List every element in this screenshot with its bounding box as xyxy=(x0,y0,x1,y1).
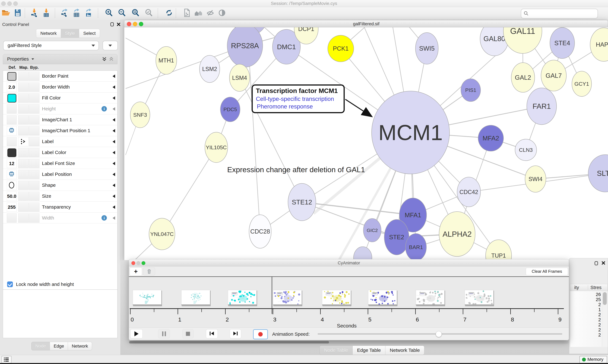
collapse-row-arrow-icon[interactable] xyxy=(112,183,115,187)
default-value-cell[interactable] xyxy=(7,213,17,223)
collapse-row-arrow-icon[interactable] xyxy=(112,85,115,89)
frame-thumbnail-1[interactable] xyxy=(133,290,162,305)
mapping-cell[interactable] xyxy=(18,170,29,179)
tab-edge-table[interactable]: Edge Table xyxy=(353,346,385,355)
column-divider[interactable] xyxy=(588,285,588,290)
property-row-border-width[interactable]: 2.0Border Width xyxy=(3,82,117,92)
network-node-yil105c[interactable]: YIL105C xyxy=(205,132,228,163)
mapping-cell[interactable] xyxy=(18,213,29,223)
network-node-pdc5[interactable]: PDC5 xyxy=(221,97,240,122)
zoom-in-icon[interactable] xyxy=(105,8,113,18)
mapping-cell[interactable] xyxy=(18,181,29,190)
frame-thumbnail-6[interactable] xyxy=(368,290,397,305)
property-row-height[interactable]: Heighti xyxy=(3,104,117,114)
bypass-cell[interactable] xyxy=(29,137,40,146)
property-row-label-font-size[interactable]: 12Label Font Size xyxy=(3,158,117,169)
default-value-cell[interactable] xyxy=(7,115,17,124)
network-node-far1[interactable]: FAR1 xyxy=(527,88,556,125)
property-row-width[interactable]: Widthi xyxy=(3,212,117,223)
float-table-panel-icon[interactable] xyxy=(594,261,599,266)
clear-all-frames-button[interactable]: Clear All Frames xyxy=(526,268,568,275)
pause-button[interactable] xyxy=(158,329,170,338)
network-node-gic2[interactable]: GIC2 xyxy=(363,219,381,242)
property-row-image-chart-position-1[interactable]: Image/Chart Position 1 xyxy=(3,125,117,136)
properties-header[interactable]: Properties xyxy=(3,54,117,64)
export-network-icon[interactable] xyxy=(60,8,69,18)
network-node-swi4[interactable]: SWI4 xyxy=(525,166,546,192)
table-cell-value[interactable]: 2 xyxy=(591,312,601,317)
table-cell-value[interactable]: 2 xyxy=(591,327,601,333)
table-cell-value[interactable]: 2 xyxy=(591,302,601,307)
bypass-cell[interactable] xyxy=(29,192,40,201)
mapping-cell[interactable] xyxy=(18,126,29,135)
open-network-file-icon[interactable] xyxy=(182,8,191,18)
import-network-icon[interactable] xyxy=(30,8,39,18)
default-value-cell[interactable]: 50.0 xyxy=(7,192,17,201)
frame-thumbnail-7[interactable] xyxy=(416,290,445,305)
expand-all-icon[interactable] xyxy=(102,56,107,63)
home-icon[interactable] xyxy=(194,8,203,18)
network-node-lsm4[interactable]: LSM4 xyxy=(229,64,250,91)
property-row-fill-color[interactable]: Fill Color xyxy=(3,92,117,104)
bypass-cell[interactable] xyxy=(29,115,40,124)
collapse-row-arrow-icon[interactable] xyxy=(112,96,115,100)
table-horizontal-scrollbar-thumb[interactable] xyxy=(129,341,329,343)
collapse-row-arrow-icon[interactable] xyxy=(112,173,115,176)
frame-thumbnail-8[interactable] xyxy=(465,290,494,305)
lock-checkbox[interactable] xyxy=(7,281,13,287)
default-value-cell[interactable] xyxy=(7,137,17,146)
annotation-arrow[interactable] xyxy=(345,99,371,116)
network-canvas[interactable]: RPS28ADMC1DCP1PCK1MTH1LSM2LSM4SWI5GAL80G… xyxy=(124,27,608,260)
cyanimator-timeline[interactable] xyxy=(129,277,569,327)
mapping-cell[interactable] xyxy=(18,203,29,212)
network-node-lsm2[interactable]: LSM2 xyxy=(199,55,220,83)
mapping-cell[interactable] xyxy=(18,93,29,103)
network-node-alpha2[interactable]: ALPHA2 xyxy=(439,212,475,257)
tab-style[interactable]: Style xyxy=(61,29,79,38)
bypass-cell[interactable] xyxy=(29,213,40,223)
frame-thumbnail-5[interactable] xyxy=(322,290,351,305)
bypass-cell[interactable] xyxy=(29,83,40,92)
collapse-row-arrow-icon[interactable] xyxy=(112,205,115,209)
network-window-titlebar[interactable]: galFiltered.sif xyxy=(124,20,608,27)
close-table-panel-icon[interactable] xyxy=(601,260,606,266)
add-frame-button[interactable]: + xyxy=(130,267,142,276)
collapse-row-arrow-icon[interactable] xyxy=(112,75,115,78)
collapse-all-icon[interactable] xyxy=(109,56,114,63)
collapse-row-arrow-icon[interactable] xyxy=(112,107,115,111)
frame-thumbnail-3[interactable] xyxy=(228,290,257,305)
bypass-cell[interactable] xyxy=(29,126,40,135)
table-column-ity[interactable]: ity xyxy=(571,284,579,291)
default-value-cell[interactable] xyxy=(7,104,17,114)
default-value-cell[interactable]: 12 xyxy=(7,159,17,168)
network-node-snf3[interactable]: SNF3 xyxy=(130,102,150,128)
birds-eye-icon[interactable] xyxy=(218,8,226,18)
task-history-button[interactable] xyxy=(1,356,11,363)
tab-node-table[interactable]: Node Table xyxy=(319,346,353,355)
export-image-icon[interactable] xyxy=(84,8,93,18)
float-panel-icon[interactable] xyxy=(110,22,115,27)
property-row-size[interactable]: 50.0Size xyxy=(3,191,117,202)
network-node-swi5[interactable]: SWI5 xyxy=(415,33,438,64)
tab-select[interactable]: Select xyxy=(79,29,100,38)
frame-thumbnail-4[interactable] xyxy=(273,290,302,305)
network-node-pck1[interactable]: PCK1 xyxy=(328,35,354,62)
bypass-cell[interactable] xyxy=(29,93,40,103)
hide-graphics-details-icon[interactable] xyxy=(206,8,215,18)
style-selector[interactable]: galFiltered Style xyxy=(3,41,99,50)
property-row-image-chart-1[interactable]: Image/Chart 1 xyxy=(3,114,117,125)
zoom-fit-icon[interactable] xyxy=(131,8,140,18)
table-cell-value[interactable]: 1 xyxy=(591,307,601,312)
info-icon[interactable]: i xyxy=(101,106,107,111)
network-node-hap2[interactable]: HAP2 xyxy=(590,28,608,61)
stop-button[interactable] xyxy=(182,329,194,338)
tab-network[interactable]: Network xyxy=(36,29,61,38)
go-to-start-button[interactable] xyxy=(206,329,218,338)
collapse-row-arrow-icon[interactable] xyxy=(112,151,115,154)
bypass-cell[interactable] xyxy=(29,104,40,114)
search-input[interactable] xyxy=(521,9,598,18)
network-node-slt2[interactable]: SLT2 xyxy=(588,155,608,192)
network-node-cdc42[interactable]: CDC42 xyxy=(457,177,481,207)
annotation-box[interactable]: Transcription factor MCM1 Cell-type-spec… xyxy=(252,84,345,113)
zoom-selected-icon[interactable] xyxy=(144,8,153,18)
